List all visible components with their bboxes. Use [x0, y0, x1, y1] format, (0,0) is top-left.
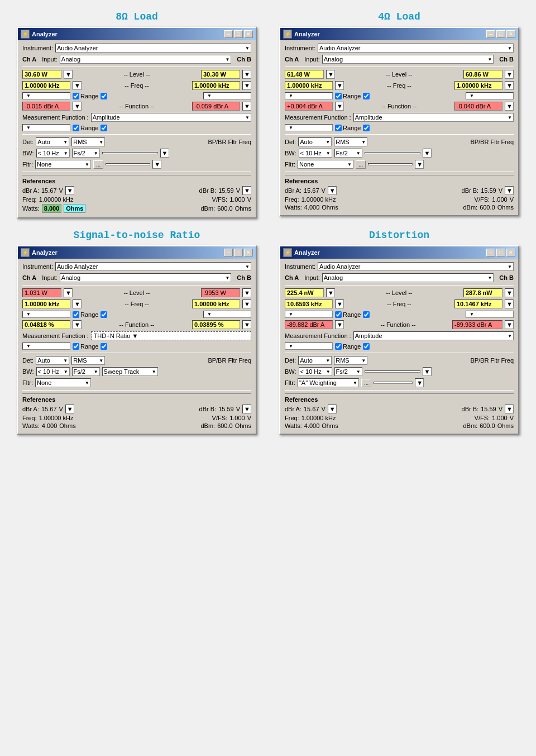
bw-select-8ohm[interactable]: < 10 Hz ▼ — [36, 149, 70, 158]
chb-function-4ohm: -0.040 dBr A — [454, 102, 502, 111]
range-row-8ohm: ▼ Range ▼ — [22, 92, 251, 99]
cha-range-select-8ohm[interactable]: ▼ — [22, 92, 70, 99]
channel-row-4ohm: Ch A Input: Analog ▼ Ch B — [285, 55, 514, 64]
refs-section-snr: References dBr A: 15.67 V ▼ dBr B: 15.59… — [22, 393, 251, 429]
fltr-select-8ohm[interactable]: None ▼ — [35, 160, 91, 169]
refs-section-4ohm: References dBr A: 15.67 V ▼ dBr B: 15.59… — [285, 175, 514, 211]
input-label-4ohm: Input: — [304, 56, 320, 63]
app-icon-8ohm: ⚡ — [21, 30, 30, 39]
app-icon-distortion: ⚡ — [283, 248, 292, 257]
cha-label-8ohm: Ch A — [22, 56, 36, 63]
minimize-button-8ohm[interactable]: ─ — [224, 30, 233, 38]
meas-fn-select-4ohm[interactable]: Amplitude ▼ — [353, 113, 514, 122]
fltr-label-8ohm: Fltr: — [22, 161, 33, 168]
input-label-8ohm: Input: — [42, 56, 58, 63]
window-content-8ohm: Instrument: Audio Analyzer ▼ Ch A Input:… — [18, 40, 256, 217]
title-bar-left-8ohm: ⚡ Analyzer — [21, 30, 58, 39]
range-checkbox2-8ohm[interactable] — [100, 93, 107, 99]
cha-freq-4ohm: 1.00000 kHz — [285, 81, 333, 90]
restore-button-distortion[interactable]: □ — [496, 249, 505, 256]
chb-fn-arrow-8ohm[interactable]: ▼ — [242, 102, 251, 111]
instrument-row-8ohm: Instrument: Audio Analyzer ▼ — [22, 44, 251, 53]
fltr-arrow-8ohm[interactable]: ▼ — [152, 160, 161, 169]
meas-fn-select-snr[interactable]: THD+N Ratio ▼ — [91, 331, 251, 340]
title-bar-left-4ohm: ⚡ Analyzer — [283, 30, 320, 39]
watts-unit-8ohm: Ohms — [64, 204, 85, 213]
minimize-button-snr[interactable]: ─ — [224, 249, 233, 256]
cha-freq-arrow-8ohm[interactable]: ▼ — [73, 81, 82, 90]
fn-range-checkbox2-8ohm[interactable] — [100, 125, 107, 131]
fltr-dots-distortion[interactable]: ... — [361, 379, 371, 387]
freq-label-8ohm: -- Freq -- — [84, 82, 190, 89]
chb-range-select-8ohm[interactable]: ▼ — [203, 92, 251, 99]
fn-label-4ohm: -- Function -- — [346, 103, 452, 110]
instrument-label-4ohm: Instrument: — [285, 45, 315, 51]
cha-fn-arrow-8ohm[interactable]: ▼ — [73, 102, 82, 111]
input-select-8ohm[interactable]: Analog ▼ — [60, 55, 232, 64]
dbm-value-8ohm: 600.0 — [217, 205, 233, 212]
section-snr: Signal-to-noise Ratio ⚡ Analyzer ─ □ ✕ I… — [11, 230, 262, 435]
range-checkbox-8ohm[interactable] — [73, 93, 79, 99]
fn-range-select-8ohm[interactable]: ▼ — [22, 124, 70, 131]
range-check-wrap-8ohm: Range — [73, 93, 98, 99]
close-button-distortion[interactable]: ✕ — [506, 249, 515, 256]
cha-level-arrow-8ohm[interactable]: ▼ — [64, 70, 73, 79]
cha-freq-8ohm: 1.00000 kHz — [22, 81, 70, 90]
instrument-arrow-8ohm: ▼ — [245, 46, 250, 51]
restore-button-snr[interactable]: □ — [234, 249, 243, 256]
fn-range-checkbox-8ohm[interactable] — [73, 125, 79, 131]
close-button-4ohm[interactable]: ✕ — [506, 30, 515, 38]
ref-row1-8ohm: dBr A: 15.67 V ▼ dBr B: 15.59 V ▼ — [22, 186, 251, 195]
chb-level-arrow-4ohm[interactable]: ▼ — [505, 70, 514, 79]
bpbr-arrow-8ohm[interactable]: ▼ — [160, 149, 169, 158]
instrument-label-8ohm: Instrument: — [22, 45, 53, 51]
freq-ref-value-8ohm: 1.00000 kHz — [39, 196, 74, 203]
chb-freq-arrow-8ohm[interactable]: ▼ — [242, 81, 251, 90]
bpbr-label-8ohm: BP/BR Fltr Freq — [208, 139, 251, 145]
chb-label-4ohm: Ch B — [499, 56, 514, 63]
cha-level-4ohm: 61.48 W — [285, 70, 324, 79]
instrument-select-4ohm[interactable]: Audio Analyzer ▼ — [318, 44, 514, 53]
vfs-unit-8ohm: V — [247, 196, 251, 203]
analyzer-window-snr: ⚡ Analyzer ─ □ ✕ Instrument: Audio Analy… — [17, 245, 257, 435]
dbra-arrow-8ohm[interactable]: ▼ — [65, 186, 74, 195]
window-content-distortion: Instrument: Audio Analyzer ▼ Ch A Input:… — [280, 259, 518, 434]
app-icon-snr: ⚡ — [21, 248, 30, 257]
input-select-4ohm[interactable]: Analog ▼ — [322, 55, 494, 64]
restore-button-4ohm[interactable]: □ — [496, 30, 505, 38]
title-bar-snr: ⚡ Analyzer ─ □ ✕ — [18, 246, 256, 259]
rms-select-8ohm[interactable]: RMS ▼ — [71, 137, 105, 146]
chb-level-arrow-8ohm[interactable]: ▼ — [242, 70, 251, 79]
cha-level-arrow-4ohm[interactable]: ▼ — [326, 70, 335, 79]
close-button-8ohm[interactable]: ✕ — [244, 30, 253, 38]
cha-level-8ohm: 30.60 W — [22, 70, 61, 79]
page-layout: 8Ω Load ⚡ Analyzer ─ □ ✕ Instrument: Aud… — [6, 6, 530, 440]
bw-row-8ohm: BW: < 10 Hz ▼ Fs/2 ▼ ▼ — [22, 149, 251, 158]
minimize-button-4ohm[interactable]: ─ — [486, 30, 495, 38]
minimize-button-distortion[interactable]: ─ — [486, 249, 495, 256]
title-bar-distortion: ⚡ Analyzer ─ □ ✕ — [280, 246, 518, 259]
meas-fn-select-8ohm[interactable]: Amplitude ▼ — [91, 113, 251, 122]
close-button-snr[interactable]: ✕ — [244, 249, 253, 256]
fltr-row-4ohm: Fltr: None ▼ ... ▼ — [285, 160, 514, 169]
refs-title-8ohm: References — [22, 178, 251, 184]
chb-label-8ohm: Ch B — [237, 56, 251, 63]
dbrb-arrow-8ohm[interactable]: ▼ — [242, 186, 251, 195]
dbrb-unit-8ohm: V — [236, 187, 240, 194]
instrument-select-8ohm[interactable]: Audio Analyzer ▼ — [55, 44, 251, 53]
ref-row3-8ohm: Watts: 8.000 Ohms dBm: 600.0 Ohms — [22, 204, 251, 213]
section-distortion: Distortion ⚡ Analyzer ─ □ ✕ Instrument: … — [274, 230, 525, 435]
dbra-unit-8ohm: V — [59, 187, 63, 194]
refs-section-8ohm: References dBr A: 15.67 V ▼ dBr B: 15.59… — [22, 175, 251, 213]
fltr-row-8ohm: Fltr: None ▼ ... ▼ — [22, 160, 251, 169]
restore-button-8ohm[interactable]: □ — [234, 30, 243, 38]
watts-value-8ohm: 8.000 — [42, 204, 62, 213]
fltr-dots-button-8ohm[interactable]: ... — [93, 160, 103, 169]
fs2-select-8ohm[interactable]: Fs/2 ▼ — [72, 149, 100, 158]
det-select-8ohm[interactable]: Auto ▼ — [36, 137, 69, 146]
chb-function-8ohm: -0.059 dBr A — [192, 102, 240, 111]
sweep-track-snr[interactable]: Sweep Track ▼ — [102, 367, 158, 376]
fltr-dots-4ohm[interactable]: ... — [356, 160, 366, 169]
range-row2-4ohm: ▼ Range — [285, 124, 514, 131]
analyzer-window-8ohm: ⚡ Analyzer ─ □ ✕ Instrument: Audio Analy… — [17, 27, 257, 218]
